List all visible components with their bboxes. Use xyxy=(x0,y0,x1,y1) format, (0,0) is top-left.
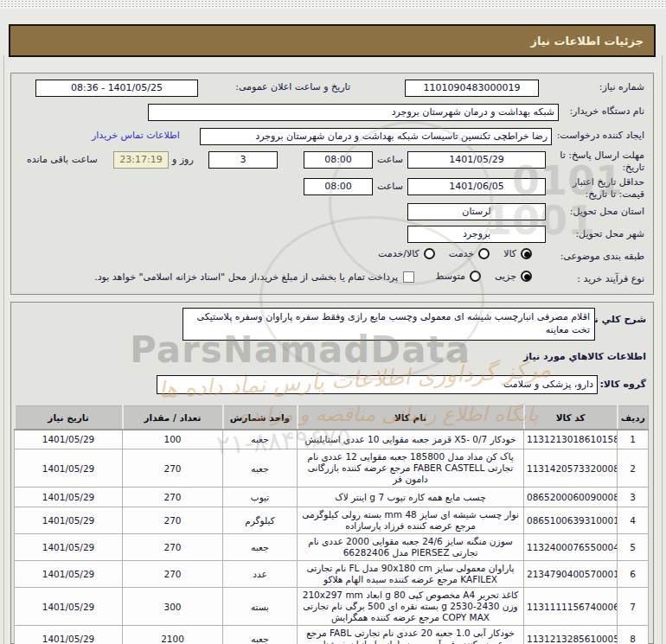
reply-deadline-hour-field[interactable]: 08:00 xyxy=(304,151,373,169)
days-and-label: روز و xyxy=(172,154,194,165)
radio-medium[interactable]: متوسط xyxy=(435,271,481,282)
radio-goods-service-icon[interactable] xyxy=(424,248,435,259)
cell-row: 2 xyxy=(618,450,649,488)
goods-group-field[interactable]: دارو، پزشکی و سلامت xyxy=(157,375,598,394)
cell-date: 1401/05/29 xyxy=(15,534,123,561)
radio-goods[interactable]: کالا xyxy=(503,248,532,259)
radio-goods-label: کالا xyxy=(503,248,516,259)
price-validity-date-field[interactable]: 1401/06/05 xyxy=(407,178,546,195)
need-desc-field[interactable]: اقلام مصرفی انبارچسب شیشه ای معمولی وچسب… xyxy=(183,308,595,341)
radio-partial-icon[interactable] xyxy=(521,271,532,282)
price-validity-label: حداقل تاریخ اعتبار قیمت: تا تاریخ: xyxy=(551,176,644,201)
cell-row: 6 xyxy=(618,561,649,588)
cell-qty: 270 xyxy=(123,561,223,588)
cell-name: چسب مایع همه کاره تیوب 7 g اینتر لاک xyxy=(298,488,524,507)
cell-unit: کیلوگرم xyxy=(223,507,298,534)
cell-qty: 2100 xyxy=(123,626,223,644)
cell-qty: 300 xyxy=(123,588,223,626)
delivery-city-label: شهر محل تحویل: xyxy=(575,228,644,239)
cell-date: 1401/05/29 xyxy=(15,507,123,534)
cell-qty: 270 xyxy=(123,534,223,561)
col-name: نام کالا xyxy=(298,406,524,430)
cell-code: 1131213018610158 xyxy=(524,430,618,450)
radio-partial-label: جزیی xyxy=(495,271,516,282)
table-row: 3 0865200060090008 چسب مایع همه کاره تیو… xyxy=(15,488,649,507)
cell-row: 7 xyxy=(618,588,649,626)
treasury-checkbox[interactable] xyxy=(403,271,414,283)
announce-datetime-field[interactable]: 1401/05/25 - 08:36 xyxy=(35,80,198,97)
table-row: 8 1131213285610005 خودکار آبی 1.0 جعبه 2… xyxy=(15,626,649,644)
col-unit: واحد شمارش xyxy=(223,406,298,430)
cell-date: 1401/05/29 xyxy=(15,430,123,450)
radio-goods-service[interactable]: کالا/خدمت xyxy=(378,248,435,259)
process-type-label: نوع فرآیند خرید : xyxy=(577,273,644,284)
remaining-days-field[interactable]: 3 xyxy=(208,151,278,169)
cell-name: پاراوان معمولی سایز 90x180 cm مدل FL نام… xyxy=(298,561,524,588)
items-panel: شرح کلي نیاز: اقلام مصرفی انبارچسب شیشه … xyxy=(10,302,654,644)
cell-unit: جعبه xyxy=(223,534,298,561)
delivery-province-field[interactable]: لرستان xyxy=(407,203,546,220)
cell-unit: جعبه xyxy=(223,450,298,488)
treasury-option: پرداخت تمام یا بخشی از مبلغ خرید،از محل … xyxy=(94,271,414,283)
radio-medium-label: متوسط xyxy=(435,271,465,282)
radio-service-icon[interactable] xyxy=(478,248,490,259)
items-section-header: اطلاعات کالاهاي مورد نیاز xyxy=(523,351,646,362)
cell-code: 2134790400570001 xyxy=(524,561,618,588)
request-creator-field[interactable]: رضا خراطچی تکنسین تاسیسات شبکه بهداشت و … xyxy=(200,128,552,145)
hours-remaining-label: ساعت باقی مانده xyxy=(27,154,98,165)
page-title: جزئیات اطلاعات نیاز xyxy=(9,24,656,57)
process-type-radio-group: جزیی متوسط xyxy=(435,271,532,282)
cell-unit: عدد xyxy=(223,561,298,588)
buyer-org-field[interactable]: شبکه بهداشت و درمان شهرستان بروجرد xyxy=(148,104,559,121)
radio-service-label: خدمت xyxy=(449,248,474,259)
classification-label: طبقه بندی موضوعی: xyxy=(560,251,644,262)
table-row: 2 1131420573320008 پاک کن مداد مدل 18580… xyxy=(15,450,649,488)
cell-name: خودکار آبی 1.0 جعبه 20 عددی نام تجارتی F… xyxy=(298,626,524,644)
cell-name: کاغذ تحریر A4 مخصوص کپی 80 g ابعاد 210x2… xyxy=(298,588,524,626)
cell-qty: 270 xyxy=(123,488,223,507)
radio-service[interactable]: خدمت xyxy=(449,248,490,259)
radio-partial[interactable]: جزیی xyxy=(495,271,532,282)
cell-unit: جعبه xyxy=(223,430,298,450)
radio-medium-icon[interactable] xyxy=(470,271,481,282)
announce-datetime-label: تاریخ و ساعت اعلان عمومی: xyxy=(235,81,350,92)
reply-deadline-date-field[interactable]: 1401/05/29 xyxy=(407,151,546,169)
cell-name: پاک کن مداد مدل 185800 جعبه مقوایی 12 عد… xyxy=(298,450,524,488)
cell-name: نوار چسب شیشه ای سایز 48 mm بسته رولی کی… xyxy=(298,507,524,534)
request-creator-label: ایجاد کننده درخواست: xyxy=(557,130,644,141)
items-table-header-row: ردیف کد کالا نام کالا واحد شمارش تعداد /… xyxy=(15,406,649,430)
cell-unit: جعبه xyxy=(223,626,298,644)
cell-code: 1131213285610005 xyxy=(524,626,618,644)
table-row: 1 1131213018610158 خودکار 0/7 -X5 قرمز ج… xyxy=(15,430,649,450)
cell-date: 1401/05/29 xyxy=(15,626,123,644)
col-code: کد کالا xyxy=(524,406,618,430)
cell-date: 1401/05/29 xyxy=(15,488,123,507)
price-validity-hour-label: ساعت xyxy=(377,181,403,192)
reply-deadline-hour-label: ساعت xyxy=(377,154,403,165)
radio-goods-icon[interactable] xyxy=(521,248,532,259)
reply-deadline-label: مهلت ارسال پاسخ: تا تاریخ: xyxy=(551,150,644,174)
cell-code: 0865100639310001 xyxy=(524,507,618,534)
delivery-city-field[interactable]: بروجرد xyxy=(407,226,546,243)
table-row: 6 2134790400570001 پاراوان معمولی سایز 9… xyxy=(15,561,649,588)
cell-code: 1132400076550004 xyxy=(524,534,618,561)
goods-group-label: گروه کالا: xyxy=(599,379,646,390)
need-number-field[interactable]: 1101090483000019 xyxy=(405,80,539,97)
buyer-contact-link[interactable]: اطلاعات تماس خریدار xyxy=(92,130,180,141)
cell-qty: 100 xyxy=(123,430,223,450)
price-validity-hour-field[interactable]: 08:00 xyxy=(304,178,373,195)
cell-name: خودکار 0/7 -X5 قرمز جعبه مقوایی 10 عددی … xyxy=(298,430,524,450)
need-number-label: شماره نیاز: xyxy=(599,81,644,92)
cell-row: 3 xyxy=(618,488,649,507)
cell-code: 0865200060090008 xyxy=(524,488,618,507)
cell-date: 1401/05/29 xyxy=(15,450,123,488)
buyer-org-label: نام دستگاه خریدار: xyxy=(569,105,644,117)
items-table: ردیف کد کالا نام کالا واحد شمارش تعداد /… xyxy=(14,405,650,644)
radio-goods-service-label: کالا/خدمت xyxy=(378,248,419,259)
cell-row: 8 xyxy=(618,626,649,644)
delivery-province-label: استان محل تحویل: xyxy=(570,206,644,217)
cell-row: 5 xyxy=(618,534,649,561)
cell-date: 1401/05/29 xyxy=(15,561,123,588)
classification-radio-group: کالا خدمت کالا/خدمت xyxy=(378,248,532,259)
cell-qty: 270 xyxy=(123,450,223,488)
